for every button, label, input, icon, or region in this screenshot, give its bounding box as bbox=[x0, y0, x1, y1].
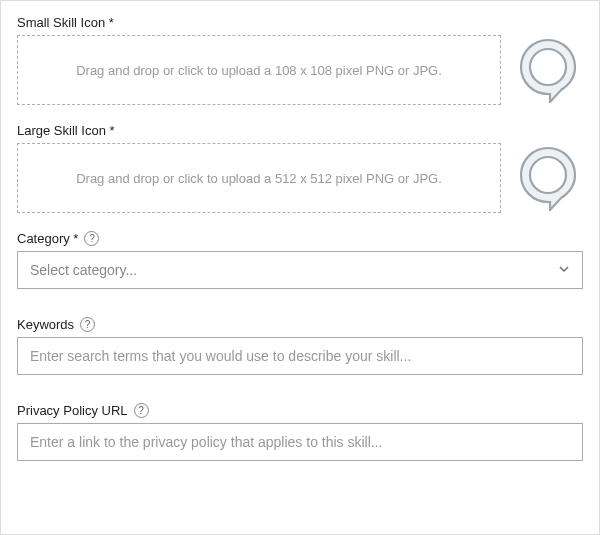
help-icon[interactable]: ? bbox=[80, 317, 95, 332]
chevron-down-icon bbox=[558, 262, 570, 278]
large-icon-dropzone[interactable]: Drag and drop or click to upload a 512 x… bbox=[17, 143, 501, 213]
large-icon-row: Drag and drop or click to upload a 512 x… bbox=[17, 143, 583, 213]
category-select[interactable]: Select category... bbox=[17, 251, 583, 289]
large-icon-label: Large Skill Icon * bbox=[17, 123, 583, 138]
keywords-label-row: Keywords ? bbox=[17, 317, 583, 332]
privacy-field: Privacy Policy URL ? bbox=[17, 403, 583, 461]
alexa-bubble-icon bbox=[517, 37, 579, 103]
small-icon-dropzone[interactable]: Drag and drop or click to upload a 108 x… bbox=[17, 35, 501, 105]
small-icon-row: Drag and drop or click to upload a 108 x… bbox=[17, 35, 583, 105]
keywords-input[interactable] bbox=[17, 337, 583, 375]
privacy-input[interactable] bbox=[17, 423, 583, 461]
privacy-label-row: Privacy Policy URL ? bbox=[17, 403, 583, 418]
help-icon[interactable]: ? bbox=[134, 403, 149, 418]
category-placeholder: Select category... bbox=[30, 262, 137, 278]
category-label-row: Category * ? bbox=[17, 231, 583, 246]
small-icon-preview bbox=[513, 35, 583, 105]
alexa-bubble-icon bbox=[517, 145, 579, 211]
keywords-label: Keywords bbox=[17, 317, 74, 332]
keywords-field: Keywords ? bbox=[17, 317, 583, 375]
svg-point-1 bbox=[530, 157, 566, 193]
skill-info-form: Small Skill Icon * Drag and drop or clic… bbox=[0, 0, 600, 535]
small-icon-field: Small Skill Icon * Drag and drop or clic… bbox=[17, 15, 583, 105]
small-icon-label: Small Skill Icon * bbox=[17, 15, 583, 30]
privacy-label: Privacy Policy URL bbox=[17, 403, 128, 418]
category-field: Category * ? Select category... bbox=[17, 231, 583, 289]
category-label: Category * bbox=[17, 231, 78, 246]
large-icon-preview bbox=[513, 143, 583, 213]
svg-point-0 bbox=[530, 49, 566, 85]
large-icon-field: Large Skill Icon * Drag and drop or clic… bbox=[17, 123, 583, 213]
help-icon[interactable]: ? bbox=[84, 231, 99, 246]
